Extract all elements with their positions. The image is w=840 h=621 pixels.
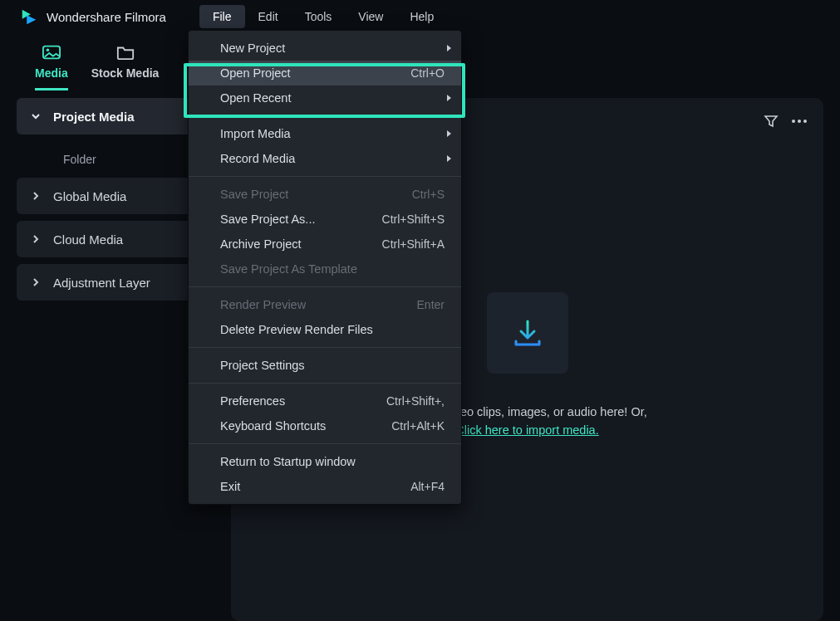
sidebar-item-adjustment-layer[interactable]: Adjustment Layer [17,264,216,301]
sidebar-sub-folder[interactable]: Folder [17,141,216,178]
sidebar-item-label: Cloud Media [53,232,123,247]
fm-label: Import Media [220,127,291,140]
download-icon [508,313,548,353]
fm-label: Project Settings [220,359,305,372]
fm-label: Open Project [220,66,291,80]
sidebar-item-label: Project Media [53,110,135,124]
fm-label: Delete Preview Render Files [220,323,373,336]
fm-delete-renders[interactable]: Delete Preview Render Files [189,317,461,342]
fm-label: Return to Startup window [220,455,356,468]
app-title: Wondershare Filmora [47,10,166,24]
fm-archive-project[interactable]: Archive Project Ctrl+Shift+A [189,232,461,257]
chevron-right-icon [30,233,42,245]
svg-point-1 [46,48,49,51]
submenu-arrow-icon [447,95,451,101]
menu-separator [189,176,461,177]
fm-startup[interactable]: Return to Startup window [189,449,461,474]
fm-save-project: Save Project Ctrl+S [189,182,461,207]
folder-icon [116,45,135,60]
fm-shortcut: Enter [417,298,445,311]
submenu-arrow-icon [447,130,451,137]
tab-media[interactable]: Media [35,45,68,90]
fm-project-settings[interactable]: Project Settings [189,353,461,378]
fm-label: Keyboard Shortcuts [220,419,326,433]
fm-preferences[interactable]: Preferences Ctrl+Shift+, [189,389,461,413]
menu-separator [189,383,461,384]
fm-shortcut: Alt+F4 [410,480,445,493]
fm-shortcut: Ctrl+Shift+, [386,394,445,408]
menu-edit[interactable]: Edit [245,5,292,28]
fm-shortcut: Ctrl+Alt+K [391,419,445,433]
fm-label: Preferences [220,394,285,408]
fm-record-media[interactable]: Record Media [189,146,461,171]
titlebar: Wondershare Filmora File Edit Tools View… [0,0,840,33]
sidebar: Project Media Folder Global Media Cloud … [17,98,216,621]
sidebar-item-label: Adjustment Layer [53,276,150,290]
sidebar-item-global-media[interactable]: Global Media [17,178,216,214]
filter-icon[interactable] [762,112,780,130]
logo-icon [20,7,38,26]
chevron-down-icon [30,110,42,122]
chevron-right-icon [30,190,42,202]
fm-label: Save Project As Template [220,262,357,276]
sidebar-item-project-media[interactable]: Project Media [17,98,216,134]
sidebar-item-label: Global Media [53,189,126,203]
fm-new-project[interactable]: New Project [189,36,461,61]
chevron-right-icon [30,276,42,288]
fm-label: New Project [220,42,285,55]
fm-label: Exit [220,480,240,493]
menu-separator [189,443,461,444]
sidebar-item-cloud-media[interactable]: Cloud Media [17,221,216,257]
menu-separator [189,286,461,287]
fm-exit[interactable]: Exit Alt+F4 [189,474,461,499]
fm-shortcut: Ctrl+O [410,66,445,80]
drop-line1: ideo clips, images, or audio here! Or, [451,405,647,418]
fm-label: Save Project [220,188,288,201]
fm-keyboard-shortcuts[interactable]: Keyboard Shortcuts Ctrl+Alt+K [189,413,461,438]
tab-label: Media [35,66,68,80]
fm-label: Render Preview [220,298,306,311]
file-menu: New Project Open Project Ctrl+O Open Rec… [188,30,462,505]
fm-import-media[interactable]: Import Media [189,121,461,146]
menu-view[interactable]: View [345,5,396,28]
menu-file[interactable]: File [199,5,245,28]
menu-tools[interactable]: Tools [292,5,346,28]
fm-shortcut: Ctrl+Shift+S [382,213,445,226]
menu-help[interactable]: Help [396,5,447,28]
svg-point-6 [798,120,801,123]
fm-render-preview: Render Preview Enter [189,292,461,317]
fm-label: Save Project As... [220,213,315,226]
tab-stock-media[interactable]: Stock Media [91,45,160,88]
fm-open-recent[interactable]: Open Recent [189,86,461,110]
svg-point-5 [792,120,795,123]
submenu-arrow-icon [447,155,451,162]
import-media-tile[interactable] [487,292,568,374]
more-icon[interactable] [790,112,808,130]
fm-save-template: Save Project As Template [189,257,461,281]
menubar: File Edit Tools View Help [199,5,447,28]
fm-label: Open Recent [220,91,291,105]
submenu-arrow-icon [447,45,451,51]
tab-label: Stock Media [91,66,160,80]
svg-point-7 [803,120,807,123]
fm-label: Record Media [220,152,295,165]
menu-separator [189,115,461,116]
import-link[interactable]: Click here to import media. [455,423,598,437]
menu-separator [189,347,461,348]
image-icon [42,45,61,60]
fm-open-project[interactable]: Open Project Ctrl+O [189,61,461,86]
fm-save-project-as[interactable]: Save Project As... Ctrl+Shift+S [189,207,461,232]
fm-shortcut: Ctrl+S [412,188,445,201]
fm-shortcut: Ctrl+Shift+A [382,237,445,251]
fm-label: Archive Project [220,237,302,251]
